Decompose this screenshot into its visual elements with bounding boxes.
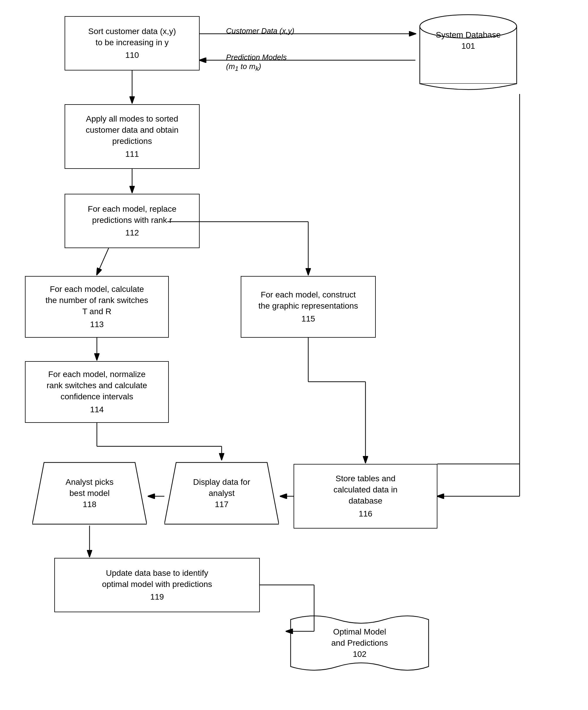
optimal-num: 102 xyxy=(353,649,367,659)
system-database-num: 101 xyxy=(462,41,475,50)
update-box: Update data base to identifyoptimal mode… xyxy=(54,558,260,612)
store-box: Store tables andcalculated data indataba… xyxy=(294,464,437,528)
prediction-models-label: Prediction Models(m1 to mk) xyxy=(226,53,287,73)
diagram-container: Sort customer data (x,y)to be increasing… xyxy=(0,0,588,710)
apply-box-label: Apply all modes to sortedcustomer data a… xyxy=(86,113,178,146)
update-label: Update data base to identifyoptimal mode… xyxy=(102,568,212,590)
apply-box: Apply all modes to sortedcustomer data a… xyxy=(65,104,200,169)
customer-data-label: Customer Data (x,y) xyxy=(226,26,294,36)
analyst-num: 118 xyxy=(83,500,97,509)
normalize-label: For each model, normalizerank switches a… xyxy=(47,369,147,402)
store-num: 116 xyxy=(359,508,372,519)
analyst-label: Analyst picksbest model xyxy=(66,477,113,498)
optimal-ribbon: Optimal Modeland Predictions 102 xyxy=(288,611,432,676)
store-label: Store tables andcalculated data indataba… xyxy=(334,473,397,506)
replace-box: For each model, replacepredictions with … xyxy=(65,194,200,248)
system-database-label: System Database xyxy=(436,30,501,39)
display-num: 117 xyxy=(215,500,229,509)
display-box: Display data foranalyst 117 xyxy=(164,461,279,526)
rank-switches-box: For each model, calculatethe number of r… xyxy=(25,276,169,338)
graphic-label: For each model, constructthe graphic rep… xyxy=(258,289,358,311)
apply-box-num: 111 xyxy=(125,148,139,160)
system-database-content: System Database 101 xyxy=(417,12,520,55)
graphic-num: 115 xyxy=(301,313,315,325)
normalize-box: For each model, normalizerank switches a… xyxy=(25,361,169,423)
replace-box-num: 112 xyxy=(125,227,139,238)
replace-box-label: For each model, replacepredictions with … xyxy=(88,204,176,226)
sort-box-label: Sort customer data (x,y)to be increasing… xyxy=(88,26,176,48)
graphic-box: For each model, constructthe graphic rep… xyxy=(241,276,376,338)
normalize-num: 114 xyxy=(90,404,104,415)
rank-switches-num: 113 xyxy=(90,319,104,330)
rank-switches-label: For each model, calculatethe number of r… xyxy=(46,284,148,317)
optimal-label: Optimal Modeland Predictions xyxy=(331,627,388,647)
sort-box: Sort customer data (x,y)to be increasing… xyxy=(65,16,200,70)
analyst-box: Analyst picksbest model 118 xyxy=(32,461,147,526)
sort-box-num: 110 xyxy=(125,50,139,61)
system-database: System Database 101 xyxy=(417,12,520,94)
update-num: 119 xyxy=(150,591,164,602)
display-label: Display data foranalyst xyxy=(193,477,250,498)
svg-line-8 xyxy=(97,248,108,275)
